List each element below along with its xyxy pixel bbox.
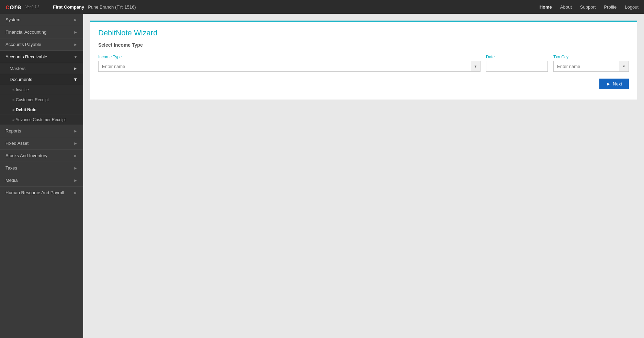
chevron-right-icon: ► [74, 166, 78, 171]
txn-ccy-select-wrapper: ▼ [553, 61, 629, 72]
txn-ccy-dropdown-arrow[interactable]: ▼ [619, 61, 629, 72]
chevron-right-icon: ► [74, 30, 78, 35]
next-button[interactable]: ► Next [599, 79, 629, 89]
chevron-down-icon: ▼ [74, 55, 78, 59]
nav-logout[interactable]: Logout [625, 4, 639, 10]
branch-name: Pune Branch (FY: 1516) [88, 4, 136, 10]
sidebar-item-stocks[interactable]: Stocks And Inventory ► [0, 150, 83, 162]
company-name: First Company [53, 4, 84, 10]
logo-version: Ver 0.7.2 [25, 5, 39, 9]
sidebar-reports-label: Reports [5, 128, 21, 133]
wizard-card: DebitNote Wizard Select Income Type Inco… [90, 21, 637, 100]
sidebar-hr-label: Human Resource And Payroll [5, 190, 64, 195]
advance-receipt-label: » Advance Customer Receipt [12, 117, 66, 122]
income-type-select-wrapper: ▼ [98, 61, 481, 72]
sidebar-item-fixed-asset[interactable]: Fixed Asset ► [0, 137, 83, 150]
income-type-input[interactable] [98, 61, 481, 72]
sidebar-customer-receipt[interactable]: » Customer Receipt [0, 95, 83, 105]
main-layout: System ► Financial Accounting ► Accounts… [0, 14, 644, 338]
nav-support[interactable]: Support [580, 4, 596, 10]
sidebar-financial-label: Financial Accounting [5, 30, 46, 35]
txn-ccy-group: Txn Ccy ▼ [553, 55, 629, 72]
sidebar-debit-note[interactable]: » Debit Note [0, 105, 83, 115]
txn-ccy-input[interactable] [553, 61, 629, 72]
txn-ccy-label: Txn Ccy [553, 55, 629, 59]
chevron-right-icon: ► [74, 190, 78, 195]
wizard-title: DebitNote Wizard [98, 28, 629, 37]
sidebar-item-financial[interactable]: Financial Accounting ► [0, 26, 83, 38]
masters-label: Masters [10, 66, 25, 71]
chevron-right-icon: ► [74, 42, 78, 47]
chevron-right-icon: ► [74, 18, 78, 22]
date-label: Date [486, 55, 548, 59]
sidebar-advance-customer-receipt[interactable]: » Advance Customer Receipt [0, 115, 83, 125]
logo-area: core Ver 0.7.2 [5, 3, 39, 11]
sidebar: System ► Financial Accounting ► Accounts… [0, 14, 83, 338]
wizard-subtitle: Select Income Type [98, 42, 629, 48]
income-type-dropdown-arrow[interactable]: ▼ [471, 61, 481, 72]
nav-profile[interactable]: Profile [604, 4, 617, 10]
chevron-right-icon: ► [74, 178, 78, 183]
date-input[interactable]: 16-05-2016 [486, 61, 548, 72]
sidebar-item-hr-payroll[interactable]: Human Resource And Payroll ► [0, 187, 83, 199]
main-content: DebitNote Wizard Select Income Type Inco… [83, 14, 644, 338]
sidebar-item-receivable[interactable]: Accounts Receivable ▼ [0, 51, 83, 63]
next-arrow-icon: ► [606, 81, 611, 86]
company-info: First Company Pune Branch (FY: 1516) [53, 4, 539, 10]
customer-receipt-label: » Customer Receipt [12, 97, 49, 102]
sidebar-fixed-asset-label: Fixed Asset [5, 141, 29, 146]
sidebar-payable-label: Accounts Payable [5, 42, 41, 47]
top-nav: core Ver 0.7.2 First Company Pune Branch… [0, 0, 644, 14]
income-type-group: Income Type ▼ [98, 55, 481, 72]
nav-home[interactable]: Home [540, 4, 552, 10]
income-type-label: Income Type [98, 55, 481, 59]
sidebar-item-system[interactable]: System ► [0, 14, 83, 26]
chevron-right-icon: ► [73, 66, 78, 71]
sidebar-taxes-label: Taxes [5, 165, 17, 171]
sidebar-media-label: Media [5, 178, 18, 183]
sidebar-item-reports[interactable]: Reports ► [0, 125, 83, 137]
sidebar-item-payable[interactable]: Accounts Payable ► [0, 38, 83, 51]
sidebar-masters[interactable]: Masters ► [0, 63, 83, 74]
nav-about[interactable]: About [560, 4, 572, 10]
sidebar-documents[interactable]: Documents ▼ [0, 74, 83, 85]
sidebar-stocks-label: Stocks And Inventory [5, 153, 47, 158]
sidebar-receivable-label: Accounts Receivable [5, 54, 47, 59]
chevron-right-icon: ► [74, 129, 78, 133]
sidebar-item-taxes[interactable]: Taxes ► [0, 162, 83, 174]
chevron-right-icon: ► [74, 141, 78, 146]
next-btn-area: ► Next [98, 79, 629, 89]
sidebar-receivable-submenu: Masters ► Documents ▼ » Invoice » Custom… [0, 63, 83, 125]
sidebar-invoice[interactable]: » Invoice [0, 85, 83, 95]
chevron-down-icon: ▼ [73, 77, 78, 82]
logo: core [5, 3, 21, 11]
nav-links: Home About Support Profile Logout [540, 4, 639, 10]
debit-note-label: » Debit Note [12, 107, 36, 112]
sidebar-system-label: System [5, 17, 20, 22]
next-label: Next [613, 81, 622, 86]
wizard-form-row: Income Type ▼ Date 16-05-2016 Txn Ccy [98, 55, 629, 72]
sidebar-item-media[interactable]: Media ► [0, 174, 83, 187]
invoice-label: » Invoice [12, 88, 29, 92]
date-group: Date 16-05-2016 [486, 55, 548, 72]
chevron-right-icon: ► [74, 153, 78, 158]
documents-label: Documents [10, 77, 32, 82]
